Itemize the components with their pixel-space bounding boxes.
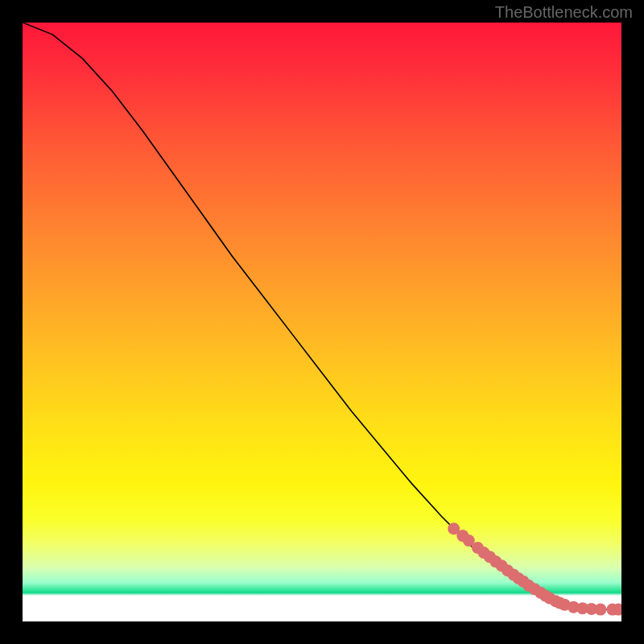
watermark-text: TheBottleneck.com: [495, 3, 633, 22]
plot-area: [23, 23, 621, 621]
data-marker: [594, 604, 606, 616]
curve-line: [23, 23, 621, 609]
chart-svg: [23, 23, 621, 621]
marker-group: [448, 522, 621, 615]
